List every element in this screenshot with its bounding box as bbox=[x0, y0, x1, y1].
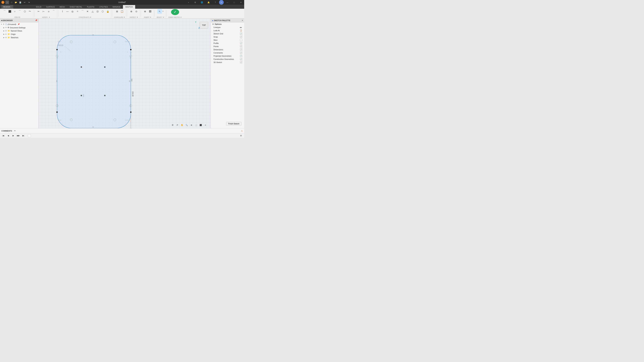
perpendicular-constraint[interactable]: ✕ bbox=[85, 9, 90, 14]
tab-plastic[interactable]: PLASTIC bbox=[84, 5, 97, 9]
extend-tool[interactable]: ⊢ bbox=[41, 9, 46, 14]
new-window-btn[interactable]: + bbox=[185, 0, 192, 5]
canvas-settings-btn[interactable]: ⚙ bbox=[171, 123, 174, 127]
tangent-constraint[interactable]: ⊡ bbox=[95, 9, 100, 14]
palette-row-construction-geometries[interactable]: Construction Geometries bbox=[211, 57, 244, 61]
canvas-view2-btn[interactable]: ⬛ bbox=[199, 123, 202, 127]
profile-checkbox[interactable] bbox=[240, 42, 242, 44]
palette-row-dimensions[interactable]: Dimensions bbox=[211, 48, 244, 51]
undo-btn[interactable]: ↩ bbox=[23, 0, 26, 4]
slice-checkbox[interactable] bbox=[240, 39, 242, 41]
pin-icon[interactable]: 📌 bbox=[18, 23, 20, 25]
polygon-tool[interactable]: ⬠ bbox=[22, 9, 27, 14]
linetype-left-arrow[interactable]: ◀ bbox=[240, 26, 241, 28]
tab-utilities[interactable]: UTILITIES bbox=[97, 5, 110, 9]
palette-row-sketch-grid[interactable]: Sketch Grid bbox=[211, 32, 244, 35]
view-cube-top[interactable]: TOP bbox=[200, 22, 208, 28]
user-avatar[interactable]: U bbox=[219, 0, 224, 5]
palette-row-linetype[interactable]: Linetype ◀ ▶ bbox=[211, 26, 244, 29]
parallel-constraint[interactable]: △ bbox=[90, 9, 95, 14]
playback-first-btn[interactable]: |◀ bbox=[1, 134, 5, 138]
palette-options-header[interactable]: ▼ Options bbox=[211, 22, 244, 26]
insert-btn2[interactable]: 🖼 bbox=[148, 9, 152, 14]
projected-geometries-checkbox[interactable] bbox=[240, 55, 242, 57]
comments-close-btn[interactable]: ✕ bbox=[14, 130, 16, 132]
eye-icon[interactable]: 👁 bbox=[3, 23, 4, 25]
fillet-tool[interactable]: ⌒ bbox=[51, 9, 56, 14]
palette-row-slice[interactable]: Slice bbox=[211, 38, 244, 41]
configure-btn1[interactable]: ⊞ bbox=[115, 9, 120, 14]
save-btn[interactable]: 💾 bbox=[18, 0, 22, 4]
trim-tool[interactable]: ✂ bbox=[36, 9, 41, 14]
coincident-constraint[interactable]: ⌇ bbox=[60, 9, 65, 14]
expand-icon-sketches[interactable]: ▶ bbox=[3, 37, 4, 38]
eye-icon-origin[interactable]: 👁 bbox=[5, 33, 7, 35]
tab-sketch[interactable]: SKETCH bbox=[123, 5, 135, 9]
sketch-grid-checkbox[interactable] bbox=[240, 32, 242, 35]
display-settings-btn[interactable]: ⚙ bbox=[239, 134, 243, 138]
eye-icon-sketches[interactable]: 👁 bbox=[5, 37, 7, 38]
construction-geometries-checkbox[interactable] bbox=[240, 58, 242, 60]
tab-sheet-metal[interactable]: SHEET METAL bbox=[67, 5, 84, 9]
notification-btn[interactable]: 🔔 bbox=[205, 0, 212, 5]
home-btn[interactable]: ⌂ bbox=[5, 0, 9, 4]
browser-item-doc-settings[interactable]: ▶ 👁 ⚙ Document Settings bbox=[0, 26, 38, 29]
help-btn[interactable]: ? bbox=[212, 0, 219, 5]
arc-tool[interactable]: ⌒ bbox=[18, 9, 22, 14]
midpoint-constraint[interactable]: = bbox=[75, 9, 80, 14]
playback-next-btn[interactable]: ▶▶ bbox=[16, 134, 20, 138]
browser-pin-icon[interactable]: 📌 bbox=[35, 19, 38, 21]
tab-mesh[interactable]: MESH bbox=[57, 5, 67, 9]
spline-tool[interactable]: 〜 bbox=[28, 9, 32, 14]
playback-prev-btn[interactable]: ◀ bbox=[6, 134, 10, 138]
snap-checkbox[interactable] bbox=[240, 36, 242, 38]
canvas-orbit-btn[interactable]: ↺ bbox=[176, 123, 179, 127]
sketch-palette-expand[interactable]: » bbox=[242, 19, 243, 21]
canvas[interactable]: Y Z X TOP R40.00 150.00 bbox=[38, 18, 211, 128]
inspect-btn1[interactable]: ⊕ bbox=[129, 9, 134, 14]
browser-item-named-views[interactable]: ▶ 👁 📁 Named Views bbox=[0, 29, 38, 32]
select-dropdown[interactable]: ▼ bbox=[162, 10, 164, 12]
fix-constraint[interactable]: ⌒ bbox=[80, 9, 85, 14]
palette-row-profile[interactable]: Profile bbox=[211, 41, 244, 45]
tab-solid[interactable]: SOLID bbox=[34, 5, 44, 9]
constraints-checkbox[interactable] bbox=[240, 52, 242, 54]
collinear-constraint[interactable]: — bbox=[65, 9, 70, 14]
browser-item-unsaved[interactable]: ▼ 👁 ⬡ (Unsaved) 📌 bbox=[0, 22, 38, 26]
minimize-btn[interactable]: — bbox=[224, 0, 231, 5]
inspect-btn2[interactable]: ⊙ bbox=[134, 9, 139, 14]
settings-btn[interactable]: ⚙ bbox=[192, 0, 198, 5]
globe-btn[interactable]: 🌐 bbox=[198, 0, 205, 5]
3d-sketch-checkbox[interactable] bbox=[240, 61, 242, 63]
canvas-zoom-fit-btn[interactable]: ⊕ bbox=[190, 123, 193, 127]
new-btn[interactable]: □ bbox=[10, 0, 14, 4]
palette-row-constraints[interactable]: Constraints bbox=[211, 51, 244, 54]
finish-sketch-btn[interactable]: ✓ bbox=[171, 9, 179, 15]
open-btn[interactable]: 📂 bbox=[14, 0, 18, 4]
close-btn[interactable]: ✕ bbox=[238, 0, 244, 5]
dimensions-checkbox[interactable] bbox=[240, 48, 242, 51]
redo-btn[interactable]: ↪ bbox=[27, 0, 31, 4]
palette-row-projected-geometries[interactable]: Projected Geometries bbox=[211, 54, 244, 57]
look-at-icon[interactable]: 📋 bbox=[240, 29, 242, 31]
tab-manage[interactable]: MANAGE bbox=[110, 5, 123, 9]
expand-icon-doc[interactable]: ▶ bbox=[3, 27, 4, 28]
expand-icon-views[interactable]: ▶ bbox=[3, 30, 4, 32]
view-cube[interactable]: TOP bbox=[199, 20, 209, 30]
playback-play-btn[interactable]: ▶ bbox=[12, 134, 15, 138]
lock-constraint[interactable]: 🔒 bbox=[105, 9, 110, 14]
tab-surface[interactable]: SURFACE bbox=[44, 5, 57, 9]
concentric-constraint[interactable]: ◎ bbox=[70, 9, 75, 14]
playback-last-btn[interactable]: ▶| bbox=[22, 134, 25, 138]
eye-icon-doc[interactable]: 👁 bbox=[5, 27, 7, 28]
browser-collapse-icon[interactable]: ◀ bbox=[1, 19, 2, 21]
design-dropdown[interactable]: DESIGN ▼ bbox=[1, 5, 13, 9]
smooth-constraint[interactable]: ⬡ bbox=[100, 9, 105, 14]
canvas-zoom-btn[interactable]: 🔍 bbox=[185, 123, 188, 127]
line-tool[interactable]: ⌒ bbox=[2, 9, 7, 14]
browser-item-sketches[interactable]: ▶ 👁 📁 Sketches bbox=[0, 36, 38, 39]
rect-tool[interactable]: ⬛ bbox=[8, 9, 12, 14]
break-tool[interactable]: ⌾ bbox=[46, 9, 51, 14]
browser-item-origin[interactable]: ▶ 👁 📁 Origin bbox=[0, 32, 38, 36]
select-btn[interactable]: ↖ bbox=[157, 9, 162, 14]
